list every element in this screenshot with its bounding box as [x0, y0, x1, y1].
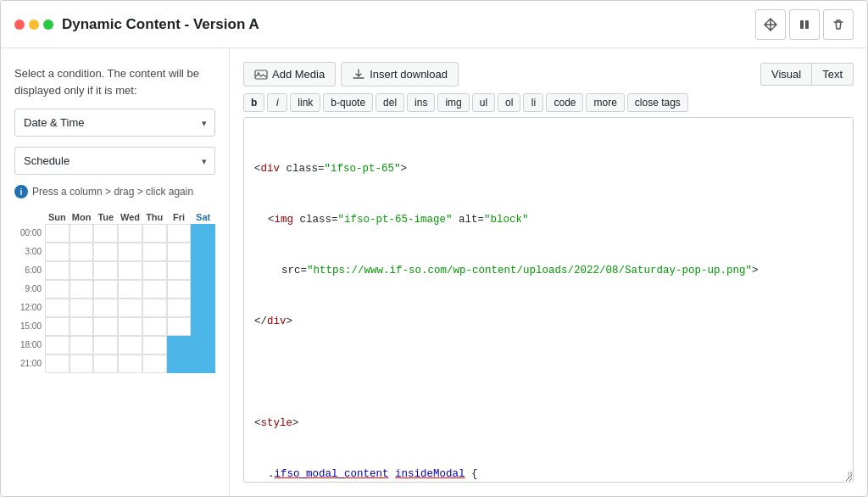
fmt-bold[interactable]: b — [243, 93, 264, 112]
resize-handle[interactable]: ⠿ — [843, 472, 853, 482]
fmt-close-tags[interactable]: close tags — [627, 93, 688, 112]
grid-cell[interactable] — [167, 317, 192, 336]
code-line-6: <style> — [254, 415, 843, 432]
grid-cell[interactable] — [93, 317, 118, 336]
grid-row[interactable]: 21:00 — [14, 355, 215, 373]
grid-cell[interactable] — [70, 336, 94, 355]
toolbar-left: Add Media Insert download — [243, 62, 459, 87]
grid-cell[interactable] — [191, 336, 215, 355]
grid-cell[interactable] — [70, 355, 94, 373]
grid-cell[interactable] — [93, 243, 118, 261]
fmt-more[interactable]: more — [586, 93, 624, 112]
grid-cell[interactable] — [93, 261, 118, 280]
grid-cell[interactable] — [142, 317, 167, 336]
grid-cell[interactable] — [118, 224, 142, 243]
grid-cell[interactable] — [167, 224, 192, 243]
grid-time-label: 15:00 — [14, 317, 45, 336]
grid-cell[interactable] — [142, 299, 167, 317]
add-media-button[interactable]: Add Media — [243, 62, 336, 87]
grid-cell[interactable] — [45, 261, 70, 280]
day-mon: Mon — [70, 212, 94, 222]
fmt-code[interactable]: code — [546, 93, 583, 112]
grid-cell[interactable] — [70, 280, 94, 299]
grid-cell[interactable] — [167, 336, 192, 355]
grid-cells-row — [45, 243, 215, 261]
grid-cell[interactable] — [142, 261, 167, 280]
grid-cell[interactable] — [70, 224, 94, 243]
fmt-ul[interactable]: ul — [472, 93, 495, 112]
grid-row[interactable]: 3:00 — [14, 243, 215, 261]
grid-cell[interactable] — [93, 299, 118, 317]
grid-cell[interactable] — [118, 299, 142, 317]
grid-cell[interactable] — [191, 299, 215, 317]
text-button[interactable]: Text — [812, 63, 854, 86]
fmt-del[interactable]: del — [376, 93, 404, 112]
fmt-link[interactable]: link — [290, 93, 320, 112]
grid-cell[interactable] — [118, 243, 142, 261]
grid-cell[interactable] — [118, 261, 142, 280]
grid-cell[interactable] — [45, 224, 70, 243]
grid-cell[interactable] — [45, 299, 70, 317]
grid-cell[interactable] — [118, 355, 142, 373]
title-bar-left: Dynamic Content - Version A — [14, 16, 259, 33]
grid-cell[interactable] — [142, 280, 167, 299]
window-dots — [14, 20, 53, 30]
grid-row[interactable]: 9:00 — [14, 280, 215, 299]
grid-cell[interactable] — [167, 299, 192, 317]
condition-select[interactable]: Date & Time User Role Device Browser — [14, 109, 215, 137]
grid-cell[interactable] — [167, 355, 192, 373]
grid-cell[interactable] — [70, 261, 94, 280]
move-button[interactable] — [755, 9, 786, 40]
grid-cell[interactable] — [191, 243, 215, 261]
grid-cell[interactable] — [167, 261, 192, 280]
grid-cell[interactable] — [70, 299, 94, 317]
pause-button[interactable] — [789, 9, 820, 40]
grid-cell[interactable] — [142, 355, 167, 373]
code-line-4: </div> — [254, 313, 843, 330]
grid-cell[interactable] — [118, 317, 142, 336]
grid-time-label: 21:00 — [14, 355, 45, 373]
grid-cell[interactable] — [142, 243, 167, 261]
grid-cell[interactable] — [167, 243, 192, 261]
dot-red — [14, 20, 25, 30]
fmt-ins[interactable]: ins — [407, 93, 435, 112]
sub-condition-select[interactable]: Schedule Date Range Day of Week — [14, 147, 215, 175]
grid-cell[interactable] — [70, 243, 94, 261]
grid-cell[interactable] — [45, 336, 70, 355]
grid-cell[interactable] — [118, 336, 142, 355]
grid-cell[interactable] — [167, 280, 192, 299]
delete-button[interactable] — [823, 9, 854, 40]
grid-cell[interactable] — [191, 280, 215, 299]
grid-cell[interactable] — [118, 280, 142, 299]
grid-cell[interactable] — [142, 336, 167, 355]
grid-row[interactable]: 18:00 — [14, 336, 215, 355]
grid-cell[interactable] — [93, 280, 118, 299]
grid-cell[interactable] — [191, 355, 215, 373]
grid-cell[interactable] — [191, 261, 215, 280]
grid-cell[interactable] — [93, 355, 118, 373]
grid-cell[interactable] — [191, 224, 215, 243]
grid-cell[interactable] — [142, 224, 167, 243]
grid-cell[interactable] — [93, 224, 118, 243]
title-bar: Dynamic Content - Version A — [1, 1, 867, 48]
grid-cell[interactable] — [45, 243, 70, 261]
insert-download-label: Insert download — [370, 68, 448, 81]
visual-button[interactable]: Visual — [760, 63, 812, 86]
fmt-italic[interactable]: i — [267, 93, 287, 112]
grid-row[interactable]: 12:00 — [14, 299, 215, 317]
fmt-bquote[interactable]: b-quote — [323, 93, 373, 112]
grid-cell[interactable] — [93, 336, 118, 355]
grid-cell[interactable] — [45, 317, 70, 336]
grid-cell[interactable] — [191, 317, 215, 336]
grid-cell[interactable] — [45, 355, 70, 373]
grid-row[interactable]: 00:00 — [14, 224, 215, 243]
fmt-li[interactable]: li — [523, 93, 543, 112]
grid-row[interactable]: 15:00 — [14, 317, 215, 336]
grid-cell[interactable] — [45, 280, 70, 299]
grid-cell[interactable] — [70, 317, 94, 336]
grid-row[interactable]: 6:00 — [14, 261, 215, 280]
code-editor[interactable]: <div class="ifso-pt-65"> <img class="ifs… — [243, 117, 854, 483]
fmt-ol[interactable]: ol — [498, 93, 520, 112]
insert-download-button[interactable]: Insert download — [341, 62, 459, 87]
fmt-img[interactable]: img — [437, 93, 469, 112]
